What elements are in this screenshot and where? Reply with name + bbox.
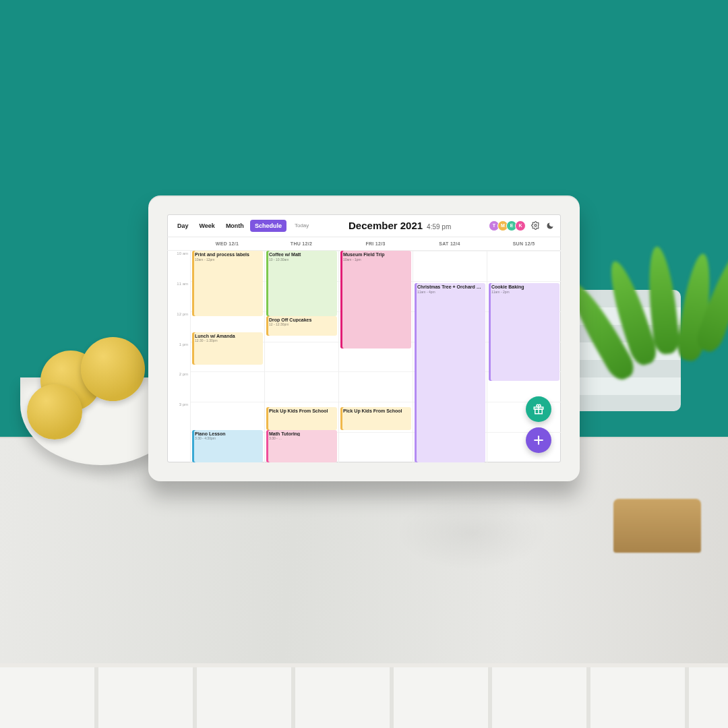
day-header: WED 12/1 <box>190 237 264 250</box>
event-time: 10am - 12pm <box>195 257 260 262</box>
event-title: Pick Up Kids From School <box>269 408 334 414</box>
calendar-event[interactable]: Piano Lesson3:30 - 4:30pm <box>192 430 263 462</box>
event-time: 3:30 - 4:30pm <box>195 436 260 440</box>
event-time: 10 - 10:30am <box>269 257 334 262</box>
day-column[interactable]: Museum Field Trip10am - 1pmPick Up Kids … <box>338 251 413 462</box>
calendar-event[interactable]: Lunch w/ Amanda12:30 - 1:30pm <box>192 332 263 365</box>
view-tabs: Day Week Month Schedule <box>173 220 286 232</box>
gift-icon <box>533 403 545 415</box>
event-time: 11am - 2pm <box>491 290 557 294</box>
event-title: Coffee w/ Matt <box>269 252 334 257</box>
event-title: Museum Field Trip <box>343 252 408 257</box>
day-header: SUN 12/5 <box>487 237 561 250</box>
day-header: THU 12/2 <box>264 237 338 250</box>
calendar-event[interactable]: Museum Field Trip10am - 1pm <box>340 251 411 348</box>
calendar-event[interactable]: Math Tutoring3:30 - … <box>266 430 337 462</box>
cutting-board <box>613 499 701 553</box>
calendar-event[interactable]: Christmas Tree + Orchard Tour11am - 4pm <box>415 283 485 462</box>
event-title: Pick Up Kids From School <box>343 408 408 414</box>
calendar-event[interactable]: Pick Up Kids From School <box>266 407 337 430</box>
day-header: SAT 12/4 <box>413 237 487 250</box>
event-title: Print and process labels <box>195 252 260 257</box>
kitchen-counter <box>0 438 728 728</box>
event-time: 12:30 - 1:30pm <box>195 338 260 342</box>
time-gutter: 10 am11 am12 pm1 pm2 pm3 pm <box>167 251 190 462</box>
calendar-grid: 10 am11 am12 pm1 pm2 pm3 pm Print and pr… <box>167 251 561 462</box>
time-label: 3 pm <box>167 402 190 432</box>
night-mode-button[interactable] <box>545 220 555 231</box>
user-avatars: TMEK <box>491 220 526 231</box>
fruit <box>81 337 145 401</box>
time-label <box>167 432 190 462</box>
time-label: 12 pm <box>167 311 190 342</box>
tab-week[interactable]: Week <box>195 220 220 232</box>
event-time: 3:30 - … <box>269 436 334 440</box>
app-header: Day Week Month Schedule Today December 2… <box>167 214 561 237</box>
day-header: FRI 12/3 <box>338 237 413 250</box>
svg-point-0 <box>534 224 536 226</box>
day-column[interactable]: Coffee w/ Matt10 - 10:30amDrop Off Cupca… <box>264 251 338 462</box>
tab-schedule[interactable]: Schedule <box>250 220 286 232</box>
settings-button[interactable] <box>530 220 541 231</box>
event-title: Cookie Baking <box>491 284 557 290</box>
add-event-button[interactable] <box>526 427 551 453</box>
day-column[interactable]: Print and process labels10am - 12pmLunch… <box>190 251 264 462</box>
month-title: December 2021 <box>348 220 423 231</box>
calendar-event[interactable]: Print and process labels10am - 12pm <box>192 251 263 316</box>
event-time: 12 - 12:30pm <box>269 322 334 326</box>
day-column[interactable]: Cookie Baking11am - 2pm <box>487 251 561 462</box>
tab-month[interactable]: Month <box>221 220 249 232</box>
gear-icon <box>531 221 540 230</box>
current-time: 4:59 pm <box>427 223 451 231</box>
event-time: 11am - 4pm <box>417 290 483 294</box>
user-avatar[interactable]: K <box>515 220 526 231</box>
day-header-row: WED 12/1 THU 12/2 FRI 12/3 SAT 12/4 SUN … <box>167 237 561 251</box>
event-time: 10am - 1pm <box>343 257 408 262</box>
calendar-event[interactable]: Cookie Baking11am - 2pm <box>489 283 559 381</box>
calendar-event[interactable]: Drop Off Cupcakes12 - 12:30pm <box>266 316 337 336</box>
time-label: 2 pm <box>167 371 190 402</box>
event-title: Math Tutoring <box>269 431 334 437</box>
day-column[interactable]: Christmas Tree + Orchard Tour11am - 4pm <box>413 251 487 462</box>
plus-icon <box>532 433 545 447</box>
event-title: Christmas Tree + Orchard Tour <box>417 284 483 290</box>
today-button[interactable]: Today <box>295 222 309 229</box>
event-title: Lunch w/ Amanda <box>195 334 260 339</box>
calendar-app: Day Week Month Schedule Today December 2… <box>167 214 561 462</box>
time-label: 11 am <box>167 281 190 311</box>
fruit <box>27 384 82 439</box>
moon-icon <box>546 222 554 230</box>
calendar-event[interactable]: Coffee w/ Matt10 - 10:30am <box>266 251 337 316</box>
event-title: Drop Off Cupcakes <box>269 317 334 323</box>
event-title: Piano Lesson <box>195 431 260 437</box>
time-label: 1 pm <box>167 342 190 372</box>
gift-button[interactable] <box>526 396 551 422</box>
time-label: 10 am <box>167 251 190 281</box>
calendar-event[interactable]: Pick Up Kids From School <box>340 407 411 430</box>
tablet-frame: Day Week Month Schedule Today December 2… <box>148 195 580 481</box>
tab-day[interactable]: Day <box>173 220 193 232</box>
